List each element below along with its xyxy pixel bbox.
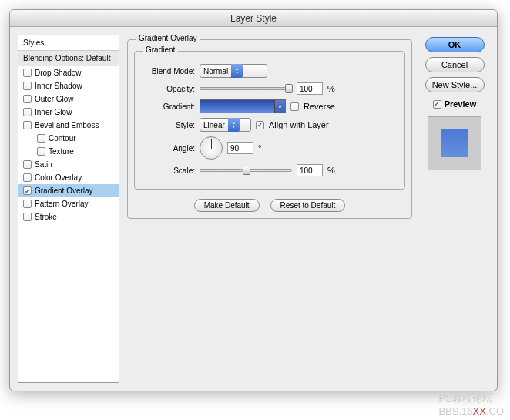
sidebar-item-stroke[interactable]: Stroke xyxy=(18,210,119,223)
sidebar-item-outer-glow[interactable]: Outer Glow xyxy=(18,92,119,106)
sidebar-item-inner-shadow[interactable]: Inner Shadow xyxy=(18,79,119,92)
sidebar-item-texture[interactable]: Texture xyxy=(18,145,119,158)
scale-slider-thumb[interactable] xyxy=(243,166,250,175)
sidebar-item-label: Pattern Overlay xyxy=(35,200,88,208)
sidebar-checkbox[interactable] xyxy=(37,147,45,156)
angle-dial[interactable] xyxy=(200,136,223,160)
sidebar-item-label: Inner Glow xyxy=(35,108,72,116)
new-style-button[interactable]: New Style... xyxy=(425,77,485,92)
sidebar-item-color-overlay[interactable]: Color Overlay xyxy=(18,171,119,184)
blend-mode-label: Blend Mode: xyxy=(143,67,195,76)
sidebar-item-label: Outer Glow xyxy=(35,95,74,103)
opacity-unit: % xyxy=(327,84,335,93)
main-panel: Gradient Overlay Gradient Blend Mode: No… xyxy=(127,35,412,383)
sidebar-item-contour[interactable]: Contour xyxy=(18,132,119,145)
sidebar-item-gradient-overlay[interactable]: Gradient Overlay xyxy=(18,184,119,197)
gradient-fieldset: Gradient Blend Mode: Normal ▲▼ Opacity: … xyxy=(134,51,405,190)
cancel-button[interactable]: Cancel xyxy=(425,57,485,72)
sidebar-item-pattern-overlay[interactable]: Pattern Overlay xyxy=(18,197,119,210)
sidebar-item-label: Drop Shadow xyxy=(35,69,82,77)
sidebar-item-label: Texture xyxy=(49,147,74,156)
scale-slider[interactable] xyxy=(200,169,292,172)
opacity-slider[interactable] xyxy=(200,87,292,90)
panel-subtitle: Gradient xyxy=(143,45,178,54)
gradient-label: Gradient: xyxy=(143,102,195,111)
sidebar-header-styles[interactable]: Styles xyxy=(18,35,119,51)
style-select[interactable]: Linear ▲▼ xyxy=(200,118,251,132)
angle-label: Angle: xyxy=(143,144,195,153)
sidebar-checkbox[interactable] xyxy=(23,108,32,116)
sidebar-item-inner-glow[interactable]: Inner Glow xyxy=(18,106,119,119)
gradient-swatch[interactable]: ▼ xyxy=(200,99,286,113)
sidebar-item-label: Color Overlay xyxy=(35,173,82,182)
preview-swatch xyxy=(441,129,468,157)
select-arrows-icon: ▲▼ xyxy=(231,64,243,78)
preview-box xyxy=(428,116,481,170)
sidebar-checkbox[interactable] xyxy=(23,213,32,221)
blend-mode-value: Normal xyxy=(203,67,228,76)
sidebar-checkbox[interactable] xyxy=(23,186,32,195)
sidebar-checkbox[interactable] xyxy=(23,82,32,90)
angle-unit: ° xyxy=(258,143,261,153)
sidebar-checkbox[interactable] xyxy=(23,121,32,129)
sidebar-checkbox[interactable] xyxy=(23,95,32,103)
sidebar-checkbox[interactable] xyxy=(23,173,32,182)
sidebar-item-bevel-and-emboss[interactable]: Bevel and Emboss xyxy=(18,119,119,132)
opacity-label: Opacity: xyxy=(143,85,195,93)
opacity-slider-thumb[interactable] xyxy=(285,84,293,93)
reverse-label: Reverse xyxy=(304,102,335,111)
blend-mode-select[interactable]: Normal ▲▼ xyxy=(200,64,267,78)
sidebar-item-label: Stroke xyxy=(35,213,57,221)
ok-button[interactable]: OK xyxy=(425,37,485,52)
angle-input[interactable] xyxy=(227,142,253,154)
window-content: Styles Blending Options: Default Drop Sh… xyxy=(10,27,497,391)
preview-label: Preview xyxy=(445,99,477,109)
style-label: Style: xyxy=(143,121,195,129)
scale-input[interactable] xyxy=(297,164,323,176)
sidebar-item-label: Gradient Overlay xyxy=(35,186,93,195)
right-panel: OK Cancel New Style... Preview xyxy=(420,35,489,383)
make-default-button[interactable]: Make Default xyxy=(194,199,260,212)
watermark-line2: BBS.16XX.CO xyxy=(438,405,504,417)
align-checkbox[interactable] xyxy=(256,121,264,129)
sidebar-item-label: Bevel and Emboss xyxy=(35,121,99,129)
sidebar-item-drop-shadow[interactable]: Drop Shadow xyxy=(18,66,119,79)
align-label: Align with Layer xyxy=(269,120,329,129)
style-value: Linear xyxy=(203,121,225,129)
select-arrows-icon: ▲▼ xyxy=(228,118,240,132)
panel-title: Gradient Overlay xyxy=(136,34,200,42)
layer-style-window: Layer Style Styles Blending Options: Def… xyxy=(9,9,498,391)
gradient-dropdown-icon[interactable]: ▼ xyxy=(274,100,285,113)
watermark-line1: PS教程论坛 xyxy=(438,391,504,405)
sidebar-item-satin[interactable]: Satin xyxy=(18,158,119,171)
gradient-overlay-fieldset: Gradient Overlay Gradient Blend Mode: No… xyxy=(127,39,412,219)
reset-default-button[interactable]: Reset to Default xyxy=(270,199,346,212)
sidebar-checkbox[interactable] xyxy=(23,160,32,169)
scale-label: Scale: xyxy=(143,166,195,175)
sidebar-header-blending[interactable]: Blending Options: Default xyxy=(18,51,119,66)
preview-checkbox[interactable] xyxy=(433,100,441,109)
opacity-input[interactable] xyxy=(297,82,323,95)
styles-sidebar: Styles Blending Options: Default Drop Sh… xyxy=(18,35,119,383)
sidebar-item-label: Inner Shadow xyxy=(35,82,82,90)
watermark: PS教程论坛 BBS.16XX.CO xyxy=(438,391,504,417)
scale-unit: % xyxy=(327,166,335,175)
sidebar-checkbox[interactable] xyxy=(23,69,32,77)
reverse-checkbox[interactable] xyxy=(290,102,299,111)
sidebar-checkbox[interactable] xyxy=(23,200,32,208)
sidebar-item-label: Satin xyxy=(35,160,52,169)
sidebar-item-label: Contour xyxy=(49,134,76,143)
window-title: Layer Style xyxy=(10,10,497,27)
sidebar-checkbox[interactable] xyxy=(37,134,45,143)
